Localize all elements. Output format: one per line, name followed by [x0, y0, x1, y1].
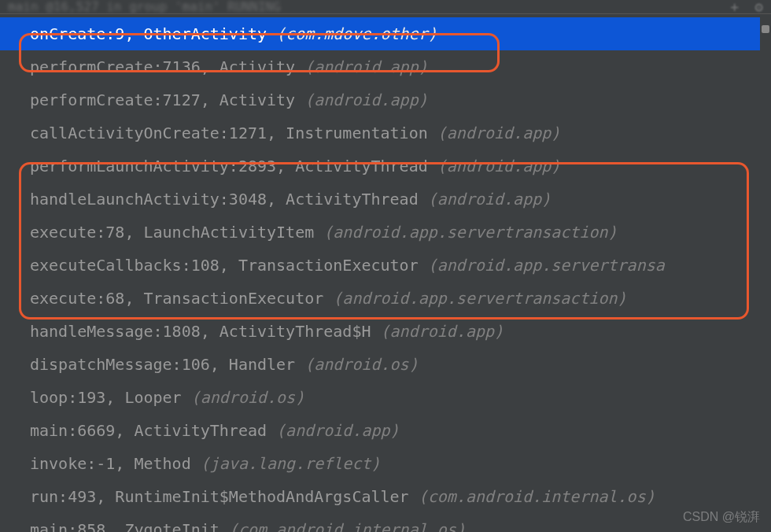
scrollbar-mark-icon [762, 25, 769, 33]
frame-package: (android.app) [304, 57, 428, 76]
stack-frame-row[interactable]: onCreate:9, OtherActivity (com.mdove.oth… [0, 17, 771, 50]
header-icons: + ⚙ [730, 0, 763, 14]
frame-method: onCreate:9, OtherActivity [30, 24, 267, 43]
stack-frame-row[interactable]: main:6669, ActivityThread (android.app) [0, 414, 771, 447]
frame-package: (android.app) [437, 157, 561, 175]
frame-package: (android.app.servertransaction) [333, 289, 626, 308]
stack-frame-row[interactable]: run:493, RuntimeInit$MethodAndArgsCaller… [0, 480, 771, 513]
frame-method: execute:78, LaunchActivityItem [30, 223, 314, 242]
thread-header: main @16,527 in group 'main' RUNNING + ⚙ [0, 0, 771, 14]
stack-frame-row[interactable]: handleMessage:1808, ActivityThread$H (an… [0, 315, 771, 348]
stack-frame-row[interactable]: performCreate:7127, Activity (android.ap… [0, 83, 771, 116]
frame-method: performCreate:7127, Activity [30, 91, 295, 109]
frame-method: handleLaunchActivity:3048, ActivityThrea… [30, 190, 419, 209]
frame-method: main:6669, ActivityThread [30, 421, 267, 440]
frame-package: (android.app) [437, 124, 561, 142]
stack-frame-row[interactable]: dispatchMessage:106, Handler (android.os… [0, 348, 771, 381]
frame-package: (com.android.internal.os) [419, 487, 655, 506]
frame-method: invoke:-1, Method [30, 454, 191, 473]
frame-package: (android.app) [381, 322, 504, 341]
frame-package: (android.app) [304, 91, 428, 109]
watermark-label: CSDN @锐湃 [683, 509, 760, 526]
frame-method: dispatchMessage:106, Handler [30, 355, 295, 374]
thread-info-label: main @16,527 in group 'main' RUNNING [8, 0, 281, 14]
frame-package: (android.app) [428, 190, 552, 209]
stack-frames-panel: onCreate:9, OtherActivity (com.mdove.oth… [0, 14, 771, 532]
stack-frame-row[interactable]: invoke:-1, Method (java.lang.reflect) [0, 447, 771, 480]
frame-method: executeCallbacks:108, TransactionExecuto… [30, 256, 419, 275]
frame-method: main:858, ZygoteInit [30, 520, 219, 532]
frame-method: execute:68, TransactionExecutor [30, 289, 323, 308]
frame-package: (android.os) [191, 388, 305, 407]
scrollbar[interactable] [760, 14, 771, 532]
frame-method: performLaunchActivity:2893, ActivityThre… [30, 157, 428, 175]
stack-frame-row[interactable]: handleLaunchActivity:3048, ActivityThrea… [0, 183, 771, 216]
stack-frame-row[interactable]: callActivityOnCreate:1271, Instrumentati… [0, 116, 771, 150]
stack-frame-row[interactable]: executeCallbacks:108, TransactionExecuto… [0, 249, 771, 282]
stack-frame-row[interactable]: execute:68, TransactionExecutor (android… [0, 282, 771, 315]
plus-icon[interactable]: + [730, 0, 739, 14]
frame-package: (android.os) [304, 355, 419, 374]
frame-package: (android.app.servertransa [428, 256, 665, 275]
frame-package: (android.app) [276, 421, 400, 440]
stack-frame-row[interactable]: main:858, ZygoteInit (com.android.intern… [0, 513, 771, 532]
frame-package: (java.lang.reflect) [201, 454, 381, 473]
frame-method: performCreate:7136, Activity [30, 57, 295, 76]
stack-frame-row[interactable]: execute:78, LaunchActivityItem (android.… [0, 216, 771, 249]
frame-method: callActivityOnCreate:1271, Instrumentati… [30, 124, 428, 142]
stack-frame-row[interactable]: performCreate:7136, Activity (android.ap… [0, 50, 771, 83]
settings-icon[interactable]: ⚙ [754, 0, 763, 14]
stack-frame-row[interactable]: performLaunchActivity:2893, ActivityThre… [0, 150, 771, 183]
frame-package: (com.mdove.other) [276, 24, 437, 43]
frame-package: (android.app.servertransaction) [323, 223, 617, 242]
frame-method: run:493, RuntimeInit$MethodAndArgsCaller [30, 487, 409, 506]
frame-method: handleMessage:1808, ActivityThread$H [30, 322, 371, 341]
stack-frame-row[interactable]: loop:193, Looper (android.os) [0, 381, 771, 414]
frame-method: loop:193, Looper [30, 388, 182, 407]
frame-package: (com.android.internal.os) [229, 520, 466, 532]
